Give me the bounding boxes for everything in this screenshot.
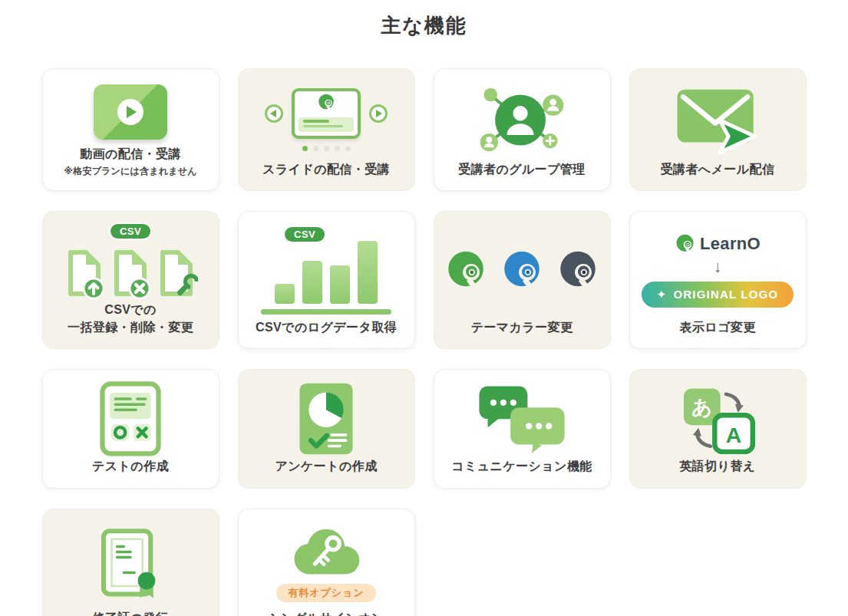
feature-grid: 動画の配信・受講 ※格安プランには含まれません	[42, 68, 807, 616]
csv-badge: CSV	[109, 222, 152, 240]
chart-baseline	[261, 309, 391, 315]
slide-carousel-icon	[245, 80, 408, 160]
english-letter: A	[726, 423, 742, 447]
feature-note: ※格安プランには含まれません	[64, 165, 196, 178]
feature-card-group-management: 受講者のグループ管理	[434, 68, 611, 191]
feature-title: 修了証の発行	[93, 609, 169, 616]
feature-card-csv-bulk: CSV	[42, 211, 219, 349]
feature-card-logo-change: LearnO ↓ ✦ ORIGINAL LOGO 表示ロゴ変更	[629, 211, 807, 349]
feature-title: スライドの配信・受講	[262, 160, 390, 178]
feature-card-language: あ A 英語切り替え	[629, 369, 807, 488]
feature-card-slides: スライドの配信・受講	[238, 68, 415, 191]
group-network-icon	[473, 83, 571, 157]
page-title: 主な機能	[0, 12, 848, 39]
learno-swirl-icon	[675, 234, 695, 253]
feature-card-certificate: 修了証の発行	[42, 509, 219, 616]
certificate-icon	[98, 527, 163, 601]
swirl-green-icon	[444, 250, 487, 291]
feature-title: テストの作成	[92, 457, 169, 475]
sso-cloud-key-icon	[283, 520, 369, 577]
sparkle-icon: ✦	[657, 288, 668, 301]
feature-title: 受講者のグループ管理	[458, 160, 586, 178]
csv-documents-icon: CSV	[49, 222, 213, 301]
pill-label: ORIGINAL LOGO	[673, 288, 778, 301]
carousel-next-icon	[369, 104, 388, 123]
feature-title: アンケートの作成	[275, 457, 377, 475]
test-document-icon	[99, 380, 162, 457]
chat-bubbles-icon	[473, 382, 570, 456]
mail-send-icon	[670, 85, 765, 156]
feature-title: テーマカラー変更	[471, 318, 573, 336]
feature-card-communication: コミュニケーション機能	[434, 369, 611, 488]
survey-document-icon	[295, 380, 357, 457]
language-switch-icon: あ A	[675, 384, 760, 455]
document-delete-icon	[109, 247, 152, 301]
slide-frame	[292, 88, 361, 139]
feature-card-video: 動画の配信・受講 ※格安プランには含まれません	[42, 68, 219, 191]
brand-name: LearnO	[700, 234, 761, 254]
swirl-dark-icon	[556, 250, 599, 291]
feature-card-survey: アンケートの作成	[238, 369, 415, 488]
swirl-blue-icon	[500, 250, 543, 291]
video-play-icon	[49, 80, 213, 145]
down-arrow-icon: ↓	[714, 258, 722, 276]
feature-title: コミュニケーション機能	[451, 457, 592, 475]
feature-card-test: テストの作成	[42, 369, 219, 488]
feature-card-sso: 有料オプション シングルサインオン	[238, 509, 415, 616]
carousel-dots	[302, 146, 351, 151]
features-section: 主な機能 動画の配信・受講 ※格安プランには含まれません	[0, 0, 848, 616]
original-logo-pill: ✦ ORIGINAL LOGO	[642, 282, 794, 308]
paid-option-badge: 有料オプション	[276, 584, 376, 602]
play-triangle-icon	[127, 106, 137, 118]
document-upload-icon	[63, 247, 106, 301]
feature-title: CSVでの 一括登録・削除・変更	[68, 301, 193, 336]
japanese-letter: あ	[691, 396, 712, 419]
feature-card-theme-color: テーマカラー変更	[434, 211, 611, 349]
logo-change-icon: LearnO ↓ ✦ ORIGINAL LOGO	[636, 222, 800, 318]
feature-card-mail: 受講者へメール配信	[629, 68, 807, 191]
document-edit-icon	[155, 247, 198, 301]
feature-title: シングルサインオン	[269, 609, 384, 616]
feature-title: 表示ロゴ変更	[679, 318, 755, 336]
feature-title: 動画の配信・受講	[80, 145, 181, 163]
feature-title: CSVでのログデータ取得	[256, 318, 397, 336]
csv-badge: CSV	[283, 226, 326, 243]
learno-swirl-icon	[317, 94, 335, 111]
carousel-prev-icon	[265, 104, 283, 123]
bar-chart	[275, 238, 378, 304]
theme-color-swirls-icon	[440, 222, 604, 318]
feature-card-csv-log: CSV CSVでのログデータ取得	[238, 211, 415, 349]
csv-bar-chart-icon: CSV	[245, 222, 408, 318]
feature-title: 受講者へメール配信	[661, 160, 775, 178]
feature-title: 英語切り替え	[679, 457, 755, 475]
